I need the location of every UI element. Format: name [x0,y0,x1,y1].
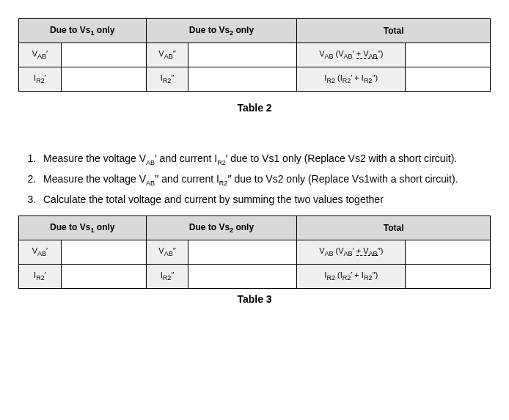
table-row: IR2′ IR2′′ IR2 (IR2′ + IR2′′) [19,264,491,288]
cell-text: IR2′′ [161,73,175,82]
cell-text: IR2′ [34,73,46,82]
cell-vab-total: VAB (VAB′ + VAB′′) [297,43,406,67]
hdr-text: Due to Vs2 only [189,25,254,35]
cell-empty [61,240,146,264]
cell-ir2-1: IR2′ [19,67,62,92]
hdr-text: Total [384,26,404,36]
cell-empty [188,67,297,92]
cell-ir2-2: IR2′′ [146,264,188,288]
cell-text: IR2 (IR2′ + IR2′′) [324,270,378,279]
cell-vab1: VAB′ [19,240,62,264]
cell-empty [406,43,491,67]
hdr-text: Total [384,223,404,233]
cell-empty [188,264,297,288]
cell-empty [61,264,146,288]
list-item: Measure the voltage VAB′ and current IR2… [39,150,491,168]
col-header-vs2: Due to Vs2 only [146,19,297,43]
cell-vab1: VAB′ [19,43,62,67]
cell-empty [61,67,146,92]
cell-empty [188,43,297,67]
cell-ir2-1: IR2′ [19,264,62,288]
col-header-total: Total [297,19,491,43]
table-row: Due to Vs1 only Due to Vs2 only Total [19,215,491,240]
table-row: VAB′ VAB′′ VAB (VAB′ + VAB′′) [19,43,491,67]
table-row: IR2′ IR2′′ IR2 (IR2′ + IR2′′) [19,67,491,92]
col-header-total: Total [297,215,491,240]
cell-ir2-2: IR2′′ [146,67,188,92]
cell-text: IR2′ [34,270,46,279]
hdr-text: Due to Vs2 only [189,222,254,232]
cell-text: IR2 (IR2′ + IR2′′) [324,73,378,82]
cell-empty [406,264,491,288]
table-3: Due to Vs1 only Due to Vs2 only Total VA… [18,215,491,289]
instruction-list: Measure the voltage VAB′ and current IR2… [18,150,491,208]
cell-empty [406,240,491,264]
cell-text: VAB′′ [158,49,175,58]
cell-text: VAB (VAB′ + VAB′′) [319,246,383,255]
instruction-text: Calculate the total voltage and current … [43,194,384,205]
cell-empty [61,43,146,67]
list-item: Measure the voltage VAB′′ and current IR… [39,171,491,188]
cell-text: VAB (VAB′ + VAB′′) [319,49,383,58]
table-2: Due to Vs1 only Due to Vs2 only Total VA… [18,18,491,92]
col-header-vs1: Due to Vs1 only [19,215,147,240]
instruction-text: Measure the voltage VAB′′ and current IR… [43,173,458,185]
cell-ir2-total: IR2 (IR2′ + IR2′′) [297,67,406,92]
col-header-vs2: Due to Vs2 only [146,215,297,240]
hdr-text: Due to Vs1 only [50,25,114,35]
table-2-caption: Table 2 [18,102,491,114]
cell-vab2: VAB′′ [146,240,188,264]
table-row: VAB′ VAB′′ VAB (VAB′ + VAB′′) [19,240,491,264]
cell-text: VAB′′ [158,246,175,255]
list-item: Calculate the total voltage and current … [39,191,491,207]
cell-text: VAB′ [32,246,48,255]
instruction-text: Measure the voltage VAB′ and current IR2… [43,152,457,164]
cell-vab-total: VAB (VAB′ + VAB′′) [297,240,406,264]
cell-ir2-total: IR2 (IR2′ + IR2′′) [297,264,406,288]
cell-vab2: VAB′′ [146,43,188,67]
col-header-vs1: Due to Vs1 only [19,19,147,43]
cell-empty [406,67,491,92]
table-3-caption: Table 3 [18,293,491,305]
table-row: Due to Vs1 only Due to Vs2 only Total [19,19,491,43]
cell-empty [188,240,297,264]
cell-text: IR2′′ [161,270,175,279]
cell-text: VAB′ [32,49,48,58]
hdr-text: Due to Vs1 only [50,222,114,232]
